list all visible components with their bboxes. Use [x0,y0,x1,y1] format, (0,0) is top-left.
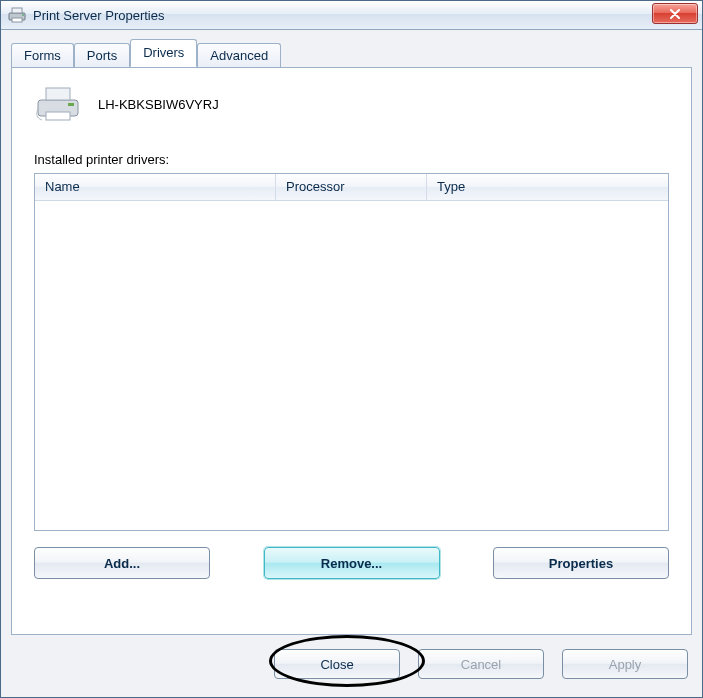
titlebar: Print Server Properties [1,1,702,30]
tab-ports[interactable]: Ports [74,43,130,68]
drivers-panel: LH-KBKSBIW6VYRJ Installed printer driver… [11,67,692,635]
listview-header: Name Processor Type [35,174,668,201]
printer-title-icon [7,7,27,23]
window-title: Print Server Properties [33,8,165,23]
listview-body[interactable] [35,201,668,531]
add-button[interactable]: Add... [34,547,210,579]
column-name[interactable]: Name [35,174,276,200]
svg-rect-1 [12,8,22,13]
tab-advanced[interactable]: Advanced [197,43,281,68]
properties-button[interactable]: Properties [493,547,669,579]
tab-drivers[interactable]: Drivers [130,39,197,67]
remove-button[interactable]: Remove... [264,547,440,579]
column-processor[interactable]: Processor [276,174,427,200]
panel-button-row: Add... Remove... Properties [34,547,669,579]
cancel-button: Cancel [418,649,544,679]
svg-rect-7 [68,103,74,106]
server-name: LH-KBKSBIW6VYRJ [98,97,219,112]
dialog-button-row: Close Cancel Apply [274,643,688,685]
client-area: Forms Ports Drivers Advanced LH-KBKSBIW6… [11,41,692,685]
svg-rect-6 [46,112,70,120]
drivers-listview[interactable]: Name Processor Type [34,173,669,531]
close-button[interactable]: Close [274,649,400,679]
panel-header: LH-KBKSBIW6VYRJ [34,84,669,124]
apply-button: Apply [562,649,688,679]
svg-rect-2 [12,18,22,22]
column-type[interactable]: Type [427,174,668,200]
printer-icon [34,84,82,124]
tab-row: Forms Ports Drivers Advanced [11,41,692,67]
svg-point-3 [22,14,24,16]
svg-rect-5 [46,88,70,100]
tab-forms[interactable]: Forms [11,43,74,68]
installed-drivers-label: Installed printer drivers: [34,152,669,167]
window-close-button[interactable] [652,3,698,24]
print-server-properties-window: Print Server Properties Forms Ports Driv… [0,0,703,698]
